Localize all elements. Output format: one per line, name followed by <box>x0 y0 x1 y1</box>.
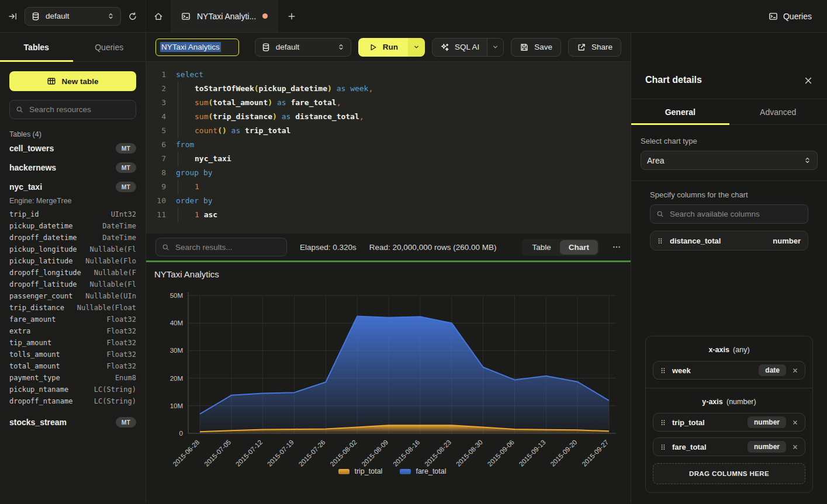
topbar-database-value: default <box>46 12 102 20</box>
column-row: pickup_longitudeNullable(Fl <box>9 244 136 255</box>
line-number: 6 <box>152 138 166 152</box>
svg-text:0: 0 <box>179 430 183 437</box>
column-row: tip_amountFloat32 <box>9 337 136 349</box>
code-line: 5count() as trip_total <box>152 124 631 138</box>
svg-text:2015-08-09: 2015-08-09 <box>360 439 389 468</box>
remove-column-icon[interactable] <box>791 419 799 426</box>
chevron-down-icon <box>492 43 499 51</box>
column-type: Nullable(Flo <box>85 257 136 265</box>
run-button[interactable]: Run <box>358 38 408 57</box>
remove-column-icon[interactable] <box>791 443 799 451</box>
collapse-sidebar-icon[interactable] <box>8 12 18 21</box>
new-tab-button[interactable] <box>287 12 296 21</box>
database-icon <box>261 43 271 52</box>
column-type: Enum8 <box>115 374 136 382</box>
search-resources-input[interactable] <box>28 105 130 114</box>
svg-text:2015-07-12: 2015-07-12 <box>234 439 264 468</box>
code-text: count() as trip_total <box>176 124 290 138</box>
tab-general[interactable]: General <box>631 99 729 124</box>
divider <box>631 180 827 181</box>
tab-advanced[interactable]: Advanced <box>729 99 827 124</box>
column-card[interactable]: fare_totalnumber <box>653 437 805 456</box>
view-toggle-table[interactable]: Table <box>523 240 559 255</box>
save-button[interactable]: Save <box>511 38 561 57</box>
topbar-left: default <box>0 0 146 32</box>
column-row: total_amountFloat32 <box>9 360 136 372</box>
tab-strip: NYTaxi Analyti... <box>146 0 769 32</box>
columns-label: Specify columns for the chart <box>650 190 808 199</box>
queries-button[interactable]: Queries <box>769 12 812 21</box>
area-chart[interactable]: 010M20M30M40M50M2015-06-282015-07-052015… <box>154 280 630 473</box>
save-icon <box>520 43 529 52</box>
search-results-box <box>155 238 287 256</box>
chart-type-select[interactable]: Area <box>641 151 818 170</box>
search-columns-input[interactable] <box>669 209 802 219</box>
column-type: Nullable(Fl <box>90 280 136 289</box>
remove-column-icon[interactable] <box>791 367 799 374</box>
table-item[interactable]: cell_towersMT <box>9 138 136 158</box>
svg-text:2015-09-06: 2015-09-06 <box>486 439 515 468</box>
tab-queries[interactable]: Queries <box>73 33 146 61</box>
save-label: Save <box>534 43 552 51</box>
sidebar-tabs: Tables Queries <box>0 33 146 62</box>
table-item[interactable]: hackernewsMT <box>9 158 136 177</box>
indent-guide <box>178 124 195 138</box>
sql-ai-options-button[interactable] <box>487 39 503 56</box>
main-area: NYTaxi Analytics default Run <box>146 33 631 503</box>
updown-chevron-icon <box>804 157 811 164</box>
chart-legend: trip_totalfare_total <box>154 467 631 475</box>
column-type: Nullable(Float <box>77 304 136 312</box>
query-title-input[interactable]: NYTaxi Analytics <box>155 39 239 56</box>
column-card[interactable]: trip_totalnumber <box>653 413 805 432</box>
table-grid-icon <box>47 77 56 86</box>
share-button[interactable]: Share <box>568 38 621 57</box>
column-name: total_amount <box>9 362 60 370</box>
sql-ai-button[interactable]: SQL AI <box>432 39 487 56</box>
view-toggle-chart[interactable]: Chart <box>560 240 598 255</box>
code-line: 3sum(total_amount) as fare_total, <box>152 96 631 110</box>
query-tab[interactable]: NYTaxi Analyti... <box>171 0 278 32</box>
legend-label: fare_total <box>416 467 446 475</box>
chart-type-label: Select chart type <box>641 137 818 145</box>
refresh-icon[interactable] <box>128 12 137 21</box>
line-number: 4 <box>152 110 166 124</box>
svg-text:2015-08-23: 2015-08-23 <box>423 439 452 468</box>
drop-zone[interactable]: DRAG COLUMNS HERE <box>653 463 805 484</box>
column-row: pickup_ntanameLC(String) <box>9 384 136 395</box>
sql-editor[interactable]: 1select2toStartOfWeek(pickup_datetime) a… <box>146 62 631 234</box>
run-options-button[interactable] <box>408 38 425 57</box>
table-name: stocks_stream <box>9 418 67 427</box>
share-label: Share <box>591 43 613 51</box>
svg-text:2015-09-20: 2015-09-20 <box>549 439 578 468</box>
query-database-selector[interactable]: default <box>255 38 351 57</box>
column-card[interactable]: weekdate <box>653 361 805 380</box>
legend-item[interactable]: fare_total <box>400 467 446 475</box>
table-item[interactable]: nyc_taxiMT <box>9 177 136 196</box>
column-type: Float32 <box>106 339 136 347</box>
column-name: trip_id <box>9 210 39 218</box>
new-table-button[interactable]: New table <box>9 71 136 91</box>
indent-guide <box>178 152 195 166</box>
chart-title: NYTaxi Analytics <box>154 269 631 279</box>
query-database-value: default <box>276 43 332 51</box>
column-type: Float32 <box>106 327 136 335</box>
search-results-input[interactable] <box>174 242 281 252</box>
topbar-database-selector[interactable]: default <box>25 7 121 26</box>
code-text: sum(total_amount) as fare_total, <box>176 96 341 110</box>
more-options-icon[interactable] <box>612 242 621 252</box>
code-text: 1 asc <box>176 208 217 222</box>
queries-icon <box>769 12 778 21</box>
line-number: 9 <box>152 180 166 194</box>
code-line: 4sum(trip_distance) as distance_total, <box>152 110 631 124</box>
column-name: pickup_latitude <box>9 257 72 265</box>
table-item[interactable]: stocks_streamMT <box>9 412 136 432</box>
column-row: pickup_latitudeNullable(Flo <box>9 255 136 267</box>
tab-tables[interactable]: Tables <box>0 33 73 61</box>
legend-item[interactable]: trip_total <box>338 467 382 475</box>
column-card[interactable]: distance_totalnumber <box>650 231 808 251</box>
home-button[interactable] <box>154 12 163 21</box>
close-icon[interactable] <box>804 76 813 85</box>
column-card-name: week <box>672 366 753 375</box>
sql-ai-label: SQL AI <box>455 43 479 51</box>
indent-guide <box>178 208 195 222</box>
